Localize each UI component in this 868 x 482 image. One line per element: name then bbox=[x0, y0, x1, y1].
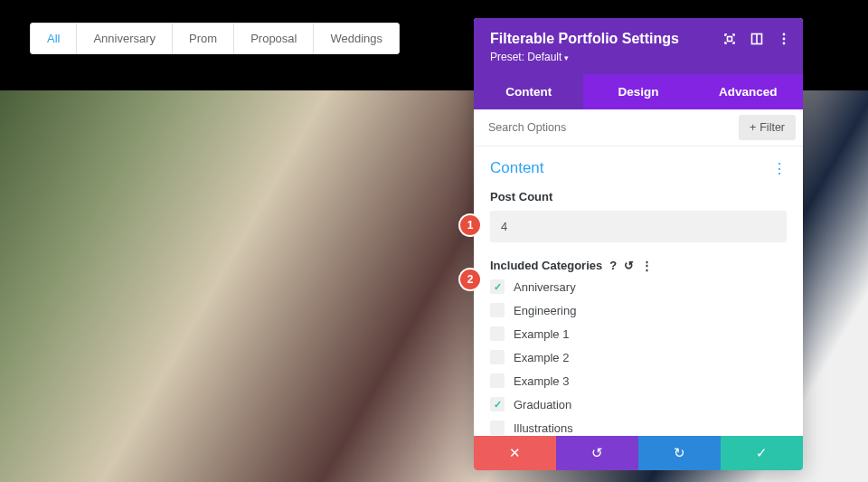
filter-tab-all[interactable]: All bbox=[31, 24, 77, 53]
category-item-example-1[interactable]: Example 1 bbox=[490, 326, 787, 341]
more-icon[interactable] bbox=[778, 33, 790, 45]
checkbox-icon bbox=[490, 326, 505, 341]
filter-tab-proposal[interactable]: Proposal bbox=[234, 24, 314, 53]
category-item-example-3[interactable]: Example 3 bbox=[490, 373, 787, 388]
svg-rect-0 bbox=[728, 37, 732, 42]
included-categories-label: Included Categories ? ↺ ⋮ bbox=[490, 259, 787, 272]
category-item-engineering[interactable]: Engineering bbox=[490, 303, 787, 317]
category-item-anniversary[interactable]: Anniversary bbox=[490, 279, 787, 294]
panel-search-row: + Filter bbox=[474, 109, 803, 146]
section-title-content: Content bbox=[490, 159, 544, 177]
panel-tabs: Content Design Advanced bbox=[474, 74, 803, 109]
category-item-illustrations[interactable]: Illustrations bbox=[490, 421, 787, 435]
panel-body: Content ⋮ Post Count Included Categories… bbox=[474, 146, 803, 436]
undo-button[interactable]: ↺ bbox=[556, 436, 638, 470]
settings-panel: Filterable Portfolio Settings Preset: De… bbox=[474, 18, 803, 470]
svg-point-3 bbox=[783, 33, 786, 36]
search-input[interactable] bbox=[474, 111, 739, 144]
filter-button[interactable]: + Filter bbox=[739, 115, 796, 140]
preset-dropdown[interactable]: Preset: Default bbox=[490, 51, 787, 63]
tab-content[interactable]: Content bbox=[474, 74, 583, 109]
check-icon: ✓ bbox=[756, 445, 768, 461]
checkbox-icon bbox=[490, 397, 505, 411]
panel-action-bar: ✕ ↺ ↻ ✓ bbox=[474, 436, 803, 470]
help-icon[interactable]: ? bbox=[609, 259, 617, 272]
portfolio-filter-tabs: All Anniversary Prom Proposal Weddings bbox=[30, 23, 400, 54]
redo-icon: ↻ bbox=[674, 445, 685, 461]
svg-point-4 bbox=[783, 38, 786, 41]
checkbox-icon bbox=[490, 421, 505, 435]
category-list: Anniversary Engineering Example 1 Exampl… bbox=[490, 279, 787, 435]
callout-badge-1: 1 bbox=[460, 215, 480, 235]
tab-design[interactable]: Design bbox=[583, 74, 693, 109]
included-categories-text: Included Categories bbox=[490, 259, 602, 272]
checkbox-icon bbox=[490, 350, 505, 364]
category-item-graduation[interactable]: Graduation bbox=[490, 397, 787, 411]
callout-badge-2: 2 bbox=[460, 269, 480, 289]
category-label: Anniversary bbox=[514, 280, 576, 294]
filter-tab-anniversary[interactable]: Anniversary bbox=[77, 24, 173, 53]
redo-button[interactable]: ↻ bbox=[638, 436, 721, 470]
svg-point-5 bbox=[783, 43, 786, 45]
reset-icon[interactable]: ↺ bbox=[624, 259, 634, 272]
filter-tab-prom[interactable]: Prom bbox=[173, 24, 234, 53]
post-count-input[interactable] bbox=[490, 211, 787, 242]
filter-button-label: Filter bbox=[760, 121, 785, 134]
expand-icon[interactable] bbox=[723, 33, 736, 45]
category-label: Example 3 bbox=[514, 374, 569, 388]
category-label: Graduation bbox=[514, 398, 571, 411]
filter-tab-weddings[interactable]: Weddings bbox=[314, 24, 399, 53]
confirm-button[interactable]: ✓ bbox=[721, 436, 803, 470]
post-count-label: Post Count bbox=[490, 190, 787, 203]
cancel-button[interactable]: ✕ bbox=[474, 436, 556, 470]
category-label: Example 1 bbox=[514, 327, 569, 341]
section-menu-icon[interactable]: ⋮ bbox=[772, 160, 787, 177]
checkbox-icon bbox=[490, 303, 505, 317]
category-label: Example 2 bbox=[514, 351, 569, 364]
checkbox-icon bbox=[490, 373, 505, 388]
category-label: Engineering bbox=[514, 304, 576, 317]
layout-icon[interactable] bbox=[750, 33, 763, 45]
category-label: Illustrations bbox=[514, 421, 573, 435]
field-more-icon[interactable]: ⋮ bbox=[641, 259, 653, 272]
close-icon: ✕ bbox=[509, 445, 521, 461]
category-item-example-2[interactable]: Example 2 bbox=[490, 350, 787, 364]
tab-advanced[interactable]: Advanced bbox=[693, 74, 803, 109]
plus-icon: + bbox=[750, 121, 756, 134]
checkbox-icon bbox=[490, 279, 505, 294]
undo-icon: ↺ bbox=[591, 445, 603, 461]
panel-header: Filterable Portfolio Settings Preset: De… bbox=[474, 18, 803, 74]
